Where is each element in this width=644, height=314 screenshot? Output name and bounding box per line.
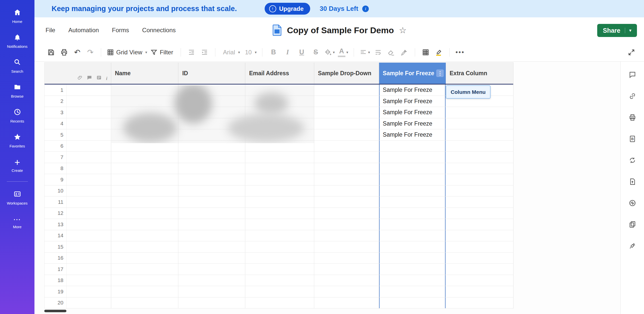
grid-cell[interactable] (446, 185, 513, 197)
grid-cell[interactable] (379, 197, 446, 208)
grid-cell[interactable] (446, 152, 513, 163)
grid-cell[interactable] (111, 174, 179, 185)
grid-cell[interactable]: Sample For Freeze (379, 118, 446, 129)
column-header-name[interactable]: Name (111, 63, 179, 84)
grid-cell[interactable] (245, 141, 314, 152)
grid-cell[interactable] (314, 253, 379, 264)
grid-cell[interactable] (379, 152, 446, 163)
font-family-select[interactable]: Arial ▾ (219, 46, 242, 59)
connections-plug-icon[interactable] (626, 239, 639, 252)
sidebar-item-browse[interactable]: Browse (0, 78, 34, 103)
grid-cell[interactable] (111, 241, 179, 252)
horizontal-scrollbar[interactable] (44, 309, 513, 313)
grid-cell[interactable] (111, 85, 179, 96)
sidebar-item-favorites[interactable]: Favorites (0, 128, 34, 153)
grid-cell[interactable] (446, 230, 513, 241)
publish-icon[interactable] (626, 175, 639, 188)
row-number[interactable]: 2 (45, 96, 111, 107)
grid-cell[interactable] (446, 129, 513, 140)
row-number[interactable]: 3 (45, 107, 111, 118)
filter-button[interactable]: Filter (149, 46, 177, 59)
grid-cell[interactable] (111, 264, 179, 275)
grid-cell[interactable] (178, 230, 245, 241)
grid-cell[interactable] (178, 197, 245, 208)
grid-cell[interactable] (379, 241, 446, 252)
grid-cell[interactable] (446, 253, 513, 264)
scrollbar-thumb[interactable] (44, 310, 66, 312)
grid-cell[interactable]: Sample For Freeze (379, 96, 446, 107)
grid-cell[interactable] (245, 297, 314, 308)
row-number[interactable]: 8 (45, 163, 111, 174)
column-header-extra[interactable]: Extra Column (446, 63, 513, 84)
grid-cell[interactable] (111, 297, 179, 308)
grid-cell[interactable] (178, 96, 245, 107)
cell-borders-button[interactable] (419, 46, 432, 59)
grid-cell[interactable] (245, 185, 314, 197)
upgrade-button[interactable]: ↑ Upgrade (265, 3, 310, 15)
row-number[interactable]: 10 (45, 185, 111, 197)
grid-cell[interactable] (111, 129, 179, 140)
row-number[interactable]: 5 (45, 129, 111, 140)
grid-cell[interactable] (446, 107, 513, 118)
grid-cell[interactable] (314, 85, 379, 96)
attachment-icon[interactable] (77, 75, 83, 82)
row-number[interactable]: 4 (45, 118, 111, 129)
grid-cell[interactable] (379, 275, 446, 286)
grid-cell[interactable] (178, 163, 245, 174)
font-size-select[interactable]: 10 ▾ (242, 46, 258, 59)
grid-cell[interactable] (446, 208, 513, 219)
grid-cell[interactable] (178, 185, 245, 197)
grid-cell[interactable] (446, 219, 513, 230)
grid-cell[interactable] (314, 264, 379, 275)
grid-cell[interactable] (111, 219, 179, 230)
row-number[interactable]: 12 (45, 208, 111, 219)
more-options-button[interactable]: ••• (454, 46, 467, 59)
grid-cell[interactable] (379, 163, 446, 174)
days-left-link[interactable]: 30 Days Left (320, 5, 358, 13)
grid-cell[interactable] (111, 230, 179, 241)
grid-cell[interactable] (446, 286, 513, 297)
row-number[interactable]: 1 (45, 85, 111, 96)
info-icon[interactable]: i (362, 6, 369, 12)
favorite-star-icon[interactable]: ☆ (399, 25, 407, 35)
grid-cell[interactable] (111, 96, 179, 107)
view-selector[interactable]: Grid View ▾ (105, 46, 149, 59)
grid-cell[interactable] (111, 141, 179, 152)
comment-icon[interactable] (87, 75, 92, 82)
grid-cell[interactable] (314, 185, 379, 197)
column-menu-kebab-icon[interactable]: ⋮ (436, 69, 444, 77)
grid-cell[interactable] (446, 275, 513, 286)
bold-button[interactable]: B (266, 46, 280, 59)
row-number[interactable]: 6 (45, 141, 111, 152)
grid-cell[interactable] (245, 208, 314, 219)
grid-cell[interactable] (111, 152, 179, 163)
grid-cell[interactable] (446, 197, 513, 208)
grid-cell[interactable] (314, 174, 379, 185)
grid-cell[interactable] (245, 152, 314, 163)
grid-cell[interactable] (178, 219, 245, 230)
sidebar-item-workspaces[interactable]: Workspaces (0, 185, 34, 210)
grid-cell[interactable] (446, 297, 513, 308)
grid-cell[interactable] (245, 275, 314, 286)
grid-cell[interactable] (178, 297, 245, 308)
menu-connections[interactable]: Connections (142, 27, 176, 34)
grid-cell[interactable] (111, 253, 179, 264)
row-number[interactable]: 17 (45, 264, 111, 275)
grid-cell[interactable] (379, 174, 446, 185)
grid-cell[interactable] (245, 253, 314, 264)
row-number[interactable]: 7 (45, 152, 111, 163)
text-color-button[interactable]: BA ▾ (336, 46, 350, 59)
underline-button[interactable]: U (295, 46, 309, 59)
row-number[interactable]: 11 (45, 197, 111, 208)
fill-color-button[interactable]: ▾ (323, 46, 336, 59)
column-header-id[interactable]: ID (178, 63, 245, 84)
grid-cell[interactable] (314, 197, 379, 208)
print-button[interactable] (58, 46, 71, 59)
grid-cell[interactable] (111, 286, 179, 297)
indent-button[interactable] (198, 46, 211, 59)
grid-cell[interactable] (111, 107, 179, 118)
row-number-header[interactable]: i (45, 63, 111, 84)
proof-icon[interactable] (96, 75, 102, 82)
share-button[interactable]: Share ▾ (597, 24, 637, 37)
grid-cell[interactable] (379, 253, 446, 264)
